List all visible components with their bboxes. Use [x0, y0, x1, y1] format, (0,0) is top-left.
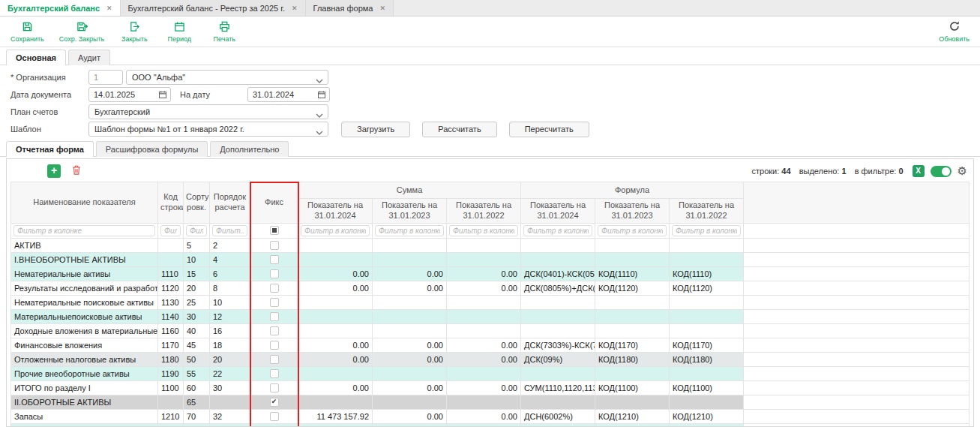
table-row[interactable]: Нематериальные активы11101560.000.000.00…: [11, 266, 970, 281]
tab-close-icon[interactable]: ✕: [379, 5, 385, 12]
column-filter-input[interactable]: [375, 225, 444, 236]
cell-f23[interactable]: КОД(1110): [595, 266, 670, 281]
cell-name[interactable]: Результаты исследований и разработок: [11, 281, 158, 295]
column-header-s22[interactable]: Показатель на 31.01.2022: [447, 199, 521, 224]
cell-sort[interactable]: 60: [184, 380, 210, 395]
refresh-button[interactable]: Обновить: [939, 20, 970, 43]
cell-f22[interactable]: [670, 295, 744, 309]
filter-toggle-switch[interactable]: [931, 166, 952, 177]
save-close-button[interactable]: Сохр. Закрыть: [59, 21, 105, 43]
save-button[interactable]: Сохранить: [10, 21, 44, 43]
cell-order[interactable]: 34: [210, 423, 250, 426]
table-row[interactable]: Результаты исследований и разработок1120…: [11, 281, 970, 295]
cell-fix[interactable]: [250, 352, 298, 366]
column-header-s24[interactable]: Показатель на 31.01.2024: [298, 199, 373, 224]
cell-s23[interactable]: [373, 395, 447, 409]
column-header-code[interactable]: Код строки: [158, 182, 184, 224]
column-header-f22[interactable]: Показатель на 31.01.2022: [670, 199, 744, 224]
cell-s22[interactable]: 0.00: [447, 352, 521, 366]
row-fix-checkbox[interactable]: ✔: [270, 398, 279, 407]
form-tab[interactable]: Основная: [6, 50, 66, 65]
table-row[interactable]: Нематериальные поисковые активы11302510: [11, 295, 970, 309]
column-header-fix[interactable]: Фикс: [250, 182, 298, 224]
table-row[interactable]: I.ВНЕОБОРОТНЫЕ АКТИВЫ104: [11, 252, 970, 266]
cell-f24[interactable]: ДСК(0805%)+ДСК(08...: [521, 281, 595, 295]
report-tab[interactable]: Отчетная форма: [6, 141, 94, 157]
cell-code[interactable]: 1110: [158, 266, 184, 281]
form-tab[interactable]: Аудит: [68, 50, 110, 65]
cell-s23[interactable]: 0.00: [373, 409, 447, 423]
cell-name[interactable]: Запасы: [11, 409, 158, 423]
cell-name[interactable]: II.ОБОРОТНЫЕ АКТИВЫ: [11, 395, 158, 409]
print-button[interactable]: Печать: [209, 21, 239, 43]
cell-fix[interactable]: [250, 238, 298, 252]
table-row[interactable]: Доходные вложения в материальные ц...116…: [11, 323, 970, 338]
column-filter-input[interactable]: [598, 225, 667, 236]
row-fix-checkbox[interactable]: [270, 312, 279, 321]
row-fix-checkbox[interactable]: [270, 355, 279, 364]
table-row[interactable]: Отложенные налоговые активы118050200.000…: [11, 352, 970, 366]
cell-code[interactable]: [158, 238, 184, 252]
window-tab[interactable]: Бухгалтерский баланс✕: [0, 0, 121, 16]
cell-order[interactable]: 20: [210, 352, 250, 366]
cell-s24[interactable]: [298, 395, 373, 409]
cell-f22[interactable]: КОД(1110): [670, 266, 744, 281]
column-filter-input[interactable]: [186, 225, 207, 236]
cell-s22[interactable]: 0.00: [447, 338, 521, 352]
cell-f24[interactable]: [521, 295, 595, 309]
gear-icon[interactable]: ⚙: [958, 165, 967, 177]
cell-name[interactable]: Прочие внеоборотные активы: [11, 366, 158, 380]
table-row[interactable]: АКТИВ52: [11, 238, 970, 252]
column-header-f24[interactable]: Показатель на 31.01.2024: [521, 199, 595, 224]
cell-code[interactable]: 1170: [158, 338, 184, 352]
cell-sort[interactable]: 15: [184, 266, 210, 281]
cell-f23[interactable]: [595, 309, 670, 323]
cell-sort[interactable]: 75: [184, 423, 210, 426]
cell-s24[interactable]: 0.00: [298, 338, 373, 352]
column-filter-input[interactable]: [212, 225, 247, 236]
column-filter-input[interactable]: [449, 225, 518, 236]
tab-close-icon[interactable]: ✕: [106, 5, 112, 12]
column-header-s23[interactable]: Показатель на 31.01.2023: [373, 199, 447, 224]
cell-order[interactable]: 12: [210, 309, 250, 323]
cell-s23[interactable]: [373, 323, 447, 338]
cell-code[interactable]: [158, 252, 184, 266]
cell-f23[interactable]: КОД(1170): [595, 338, 670, 352]
cell-f23[interactable]: [595, 295, 670, 309]
on-date-field[interactable]: [247, 87, 330, 102]
row-fix-checkbox[interactable]: [270, 369, 279, 378]
cell-code[interactable]: 1160: [158, 323, 184, 338]
table-row[interactable]: II.ОБОРОТНЫЕ АКТИВЫ65✔: [11, 395, 970, 409]
organization-select[interactable]: ООО "Альфа": [126, 70, 328, 85]
cell-s23[interactable]: 0.00: [373, 266, 447, 281]
report-tab[interactable]: Расшифровка формулы: [96, 141, 208, 157]
cell-fix[interactable]: [250, 366, 298, 380]
add-row-button[interactable]: +: [47, 164, 61, 178]
cell-order[interactable]: 10: [210, 295, 250, 309]
excel-export-icon[interactable]: X: [913, 165, 925, 177]
cell-order[interactable]: 16: [210, 323, 250, 338]
cell-name[interactable]: Доходные вложения в материальные ц...: [11, 323, 158, 338]
cell-f24[interactable]: ДСН(6002%): [521, 409, 595, 423]
row-fix-checkbox[interactable]: [270, 241, 279, 250]
cell-s23[interactable]: 0.00: [373, 352, 447, 366]
filter-checkbox[interactable]: [270, 226, 279, 235]
cell-f23[interactable]: КОД(1120): [595, 281, 670, 295]
cell-f22[interactable]: КОД(1100): [670, 380, 744, 395]
cell-s24[interactable]: 0.00: [298, 352, 373, 366]
cell-f23[interactable]: КОД(1100): [595, 380, 670, 395]
cell-s22[interactable]: [447, 238, 521, 252]
cell-f23[interactable]: КОД(1210): [595, 409, 670, 423]
cell-s22[interactable]: 0.00: [447, 266, 521, 281]
cell-f22[interactable]: [670, 252, 744, 266]
template-select[interactable]: Шаблон формы №1 от 1 января 2022 г.: [88, 122, 328, 137]
cell-s24[interactable]: [298, 238, 373, 252]
chart-of-accounts-select[interactable]: Бухгалтерский: [88, 104, 328, 119]
row-fix-checkbox[interactable]: [270, 412, 279, 421]
tab-close-icon[interactable]: ✕: [292, 5, 298, 12]
cell-order[interactable]: 18: [210, 338, 250, 352]
cell-s22[interactable]: [447, 395, 521, 409]
cell-f23[interactable]: КОД(1220): [595, 423, 670, 426]
cell-f24[interactable]: [521, 366, 595, 380]
cell-s24[interactable]: [298, 252, 373, 266]
